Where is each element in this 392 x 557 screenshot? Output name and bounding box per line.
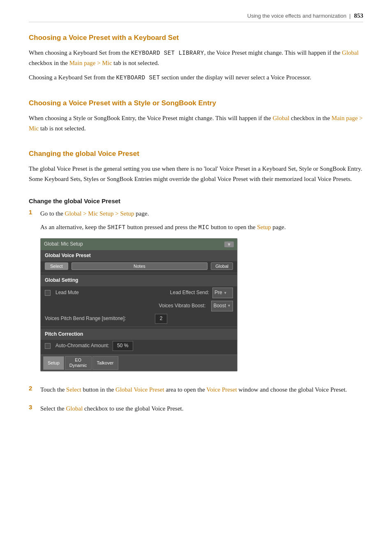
subsection-heading: Change the global Voice Preset <box>29 197 363 204</box>
ui-dropdown-arrow-2: ▼ <box>227 303 231 309</box>
step-number-2: 2 <box>29 385 39 392</box>
ref-vp-window: Voice Preset <box>206 386 237 393</box>
ui-select-btn[interactable]: Select <box>45 262 68 270</box>
section-body-global: The global Voice Preset is the general s… <box>29 164 363 184</box>
ui-pitch-bend-label: Voices Pitch Bend Range [semitone]: <box>45 315 152 323</box>
ui-lead-mute-checkbox[interactable] <box>45 290 51 296</box>
page-number: 853 <box>354 12 364 19</box>
ui-vibrato-label: Voices Vibrato Boost: <box>159 302 208 310</box>
ui-tab-eo-label: EO <box>75 357 81 363</box>
ui-voice-preset-row: Select Notes Global <box>41 261 237 271</box>
separator: | <box>346 13 351 19</box>
para-style-1: When choosing a Style or SongBook Entry,… <box>29 113 363 134</box>
ui-close-btn[interactable]: ▼ <box>224 241 234 247</box>
step-1: 1 Go to the Global > Mic Setup > Setup p… <box>29 209 363 379</box>
section-global-voice-preset: Changing the global Voice Preset The glo… <box>29 150 363 417</box>
mono-ksl: KEYBOARD SET LIBRARY <box>131 50 204 56</box>
step-2-para-1: Touch the Select button in the Global Vo… <box>40 385 363 395</box>
chapter-title: Using the voice effects and harmonizatio… <box>247 13 346 19</box>
ui-lead-effect-dropdown[interactable]: Pre ▼ <box>212 288 233 298</box>
section-body-keyboard-set: When choosing a Keyboard Set from the KE… <box>29 48 363 83</box>
ui-divider-1 <box>41 273 237 273</box>
ui-divider-2 <box>41 327 237 327</box>
spacer-1 <box>29 188 363 195</box>
ui-tab-talkover[interactable]: Talkover <box>92 356 118 369</box>
page-header: Using the voice effects and harmonizatio… <box>29 12 363 22</box>
ui-screenshot: Global: Mic Setup ▼ Global Voice Preset … <box>40 238 238 371</box>
ui-lead-effect-label: Lead Effect Send: <box>170 289 209 297</box>
ui-auto-chromatic-row: Auto-Chromatic Amount: 50 % <box>41 340 237 352</box>
ui-lead-mute-row: Lead Mute Lead Effect Send: Pre ▼ <box>41 286 237 299</box>
ref-select-btn: Select <box>66 386 81 393</box>
ui-vibrato-value: Boost <box>213 302 226 310</box>
mono-ks: KEYBOARD SET <box>116 74 160 81</box>
ui-auto-chromatic-label: Auto-Chromatic Amount: <box>55 342 109 350</box>
section-heading-keyboard-set: Choosing a Voice Preset with a Keyboard … <box>29 34 363 42</box>
ui-global-voice-preset-label: Global Voice Preset <box>41 250 237 262</box>
ui-vibrato-row: Voices Vibrato Boost: Boost ▼ <box>41 299 237 313</box>
step-3-content: Select the Global checkbox to use the gl… <box>40 404 363 417</box>
ui-pitch-bend-value[interactable]: 2 <box>155 314 167 324</box>
ref-global-mic-setup: Global > Mic Setup > Setup <box>65 210 134 217</box>
step-1-para-2: As an alternative, keep the SHIFT button… <box>40 222 363 232</box>
ui-global-setting-label: Global Setting <box>41 275 237 286</box>
section-keyboard-set: Choosing a Voice Preset with a Keyboard … <box>29 34 363 83</box>
ui-title-text: Global: Mic Setup <box>44 240 83 248</box>
step-2: 2 Touch the Select button in the Global … <box>29 385 363 398</box>
section-heading-style-songbook: Choosing a Voice Preset with a Style or … <box>29 99 363 107</box>
ui-global-btn[interactable]: Global <box>211 262 233 270</box>
ui-pitch-correction-label: Pitch Correction <box>41 329 237 340</box>
section-style-songbook: Choosing a Voice Preset with a Style or … <box>29 99 363 134</box>
ui-lead-effect-value: Pre <box>214 289 222 297</box>
ref-global-checkbox: Global <box>66 405 83 412</box>
step-3: 3 Select the Global checkbox to use the … <box>29 404 363 417</box>
step-2-content: Touch the Select button in the Global Vo… <box>40 385 363 398</box>
section-heading-global: Changing the global Voice Preset <box>29 150 363 158</box>
ui-pitch-correction-checkbox[interactable] <box>45 343 51 349</box>
ref-global-1: Global <box>342 49 359 56</box>
mono-mic: MIC <box>198 224 209 231</box>
step-number-1: 1 <box>29 209 39 216</box>
ui-bottom-tabs: Setup EO Dynamic Talkover <box>41 355 237 371</box>
ui-lead-mute-label: Lead Mute <box>55 289 79 297</box>
step-1-content: Go to the Global > Mic Setup > Setup pag… <box>40 209 363 379</box>
ui-tab-dynamic-label: Dynamic <box>69 363 87 368</box>
ui-vibrato-dropdown[interactable]: Boost ▼ <box>211 301 233 311</box>
para-global-1: The global Voice Preset is the general s… <box>29 164 363 184</box>
step-number-3: 3 <box>29 404 39 411</box>
section-body-style-songbook: When choosing a Style or SongBook Entry,… <box>29 113 363 134</box>
ref-setup: Setup <box>257 224 271 230</box>
ref-global-2: Global <box>273 115 290 121</box>
step-1-para-1: Go to the Global > Mic Setup > Setup pag… <box>40 209 363 219</box>
ui-auto-chromatic-value[interactable]: 50 % <box>113 341 133 351</box>
para-keyboard-1: When choosing a Keyboard Set from the KE… <box>29 48 363 68</box>
mono-shift: SHIFT <box>107 224 126 231</box>
step-3-para-1: Select the Global checkbox to use the gl… <box>40 404 363 414</box>
ui-tab-setup[interactable]: Setup <box>43 356 64 369</box>
steps-list: 1 Go to the Global > Mic Setup > Setup p… <box>29 209 363 417</box>
ref-mainpage-1: Main page > Mic <box>69 60 112 66</box>
ui-notes-btn[interactable]: Notes <box>71 262 208 270</box>
ui-titlebar: Global: Mic Setup ▼ <box>41 239 237 250</box>
ref-mainpage-2: Main page > Mic <box>29 115 363 132</box>
ui-dropdown-arrow-1: ▼ <box>224 290 227 296</box>
ref-global-vp-area: Global Voice Preset <box>115 386 164 393</box>
para-keyboard-2: Choosing a Keyboard Set from the KEYBOAR… <box>29 72 363 83</box>
ui-tab-eo-dynamic[interactable]: EO Dynamic <box>65 356 92 369</box>
page-container: Using the voice effects and harmonizatio… <box>0 0 392 450</box>
ui-pitch-bend-row: Voices Pitch Bend Range [semitone]: 2 <box>41 313 237 325</box>
